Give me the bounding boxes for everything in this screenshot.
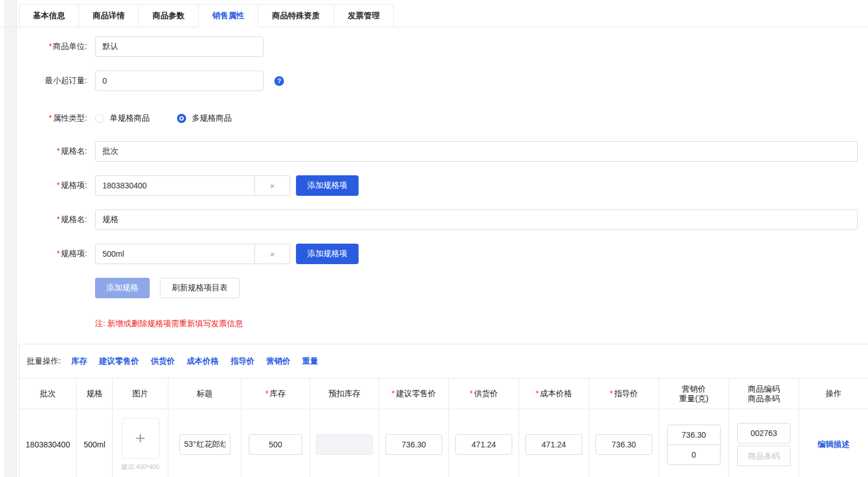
- cell-actions: 编辑描述: [799, 409, 868, 477]
- barcode-input[interactable]: [737, 446, 791, 466]
- tab-product-detail[interactable]: 商品详情: [79, 4, 139, 27]
- required-mark: *: [536, 389, 538, 398]
- tab-special-qualifications[interactable]: 商品特殊资质: [258, 4, 334, 27]
- add-spec-button[interactable]: 添加规格: [95, 278, 150, 298]
- required-mark: *: [392, 389, 394, 398]
- cell-spec: 500ml: [77, 409, 113, 477]
- required-mark: *: [49, 113, 52, 122]
- tab-invoice-management[interactable]: 发票管理: [334, 4, 394, 27]
- header-stock: *库存: [241, 379, 310, 409]
- required-mark: *: [57, 249, 60, 258]
- header-suggested-retail-price: *建议零售价: [379, 379, 449, 409]
- add-spec-item-1-button[interactable]: 添加规格项: [296, 175, 359, 196]
- image-upload-hint: 建议:400*400: [121, 463, 159, 471]
- sku-table-row: 1803830400 500ml + 建议:400*400: [19, 409, 868, 477]
- batch-link-supply-price[interactable]: 供货价: [151, 356, 175, 367]
- batch-link-cost-price[interactable]: 成本价格: [187, 356, 219, 367]
- batch-link-suggested-retail-price[interactable]: 建议零售价: [99, 356, 139, 367]
- required-mark: *: [610, 389, 612, 398]
- spec-item-2-clear-button[interactable]: ×: [255, 244, 290, 264]
- spec-item-1-label: *规格项:: [19, 180, 87, 191]
- batch-link-marketing-price[interactable]: 营销价: [266, 356, 290, 367]
- product-code-input[interactable]: [737, 423, 791, 443]
- spec-item-2-group: ×: [95, 244, 290, 264]
- attr-type-label: *属性类型:: [19, 113, 87, 124]
- tab-basic-info[interactable]: 基本信息: [19, 4, 79, 27]
- spec-item-1-clear-button[interactable]: ×: [255, 175, 290, 196]
- edit-description-link[interactable]: 编辑描述: [818, 439, 850, 450]
- required-mark: *: [470, 389, 472, 398]
- sku-table-header: 批次 规格 图片 标题 *库存 预扣库存 *建议零售价 *供货价 *成本价格 *…: [19, 379, 868, 409]
- cell-marketing-price-weight: [659, 409, 729, 477]
- add-spec-item-2-button[interactable]: 添加规格项: [296, 244, 359, 264]
- sku-table-panel: 批量操作: 库存 建议零售价 供货价 成本价格 指导价 营销价 重量 批次 规格…: [19, 344, 868, 477]
- header-supply-price: *供货价: [449, 379, 519, 409]
- cell-batch: 1803830400: [19, 409, 77, 477]
- spec-item-1-group: ×: [95, 175, 290, 196]
- header-title: 标题: [168, 379, 241, 409]
- header-cost-price: *成本价格: [519, 379, 589, 409]
- radio-unselected-icon[interactable]: [95, 114, 104, 123]
- moq-input[interactable]: [95, 71, 264, 91]
- required-mark: *: [57, 180, 60, 190]
- radio-single-spec-label: 单规格商品: [110, 113, 150, 124]
- header-spec: 规格: [77, 379, 113, 409]
- spec-item-2-input[interactable]: [95, 244, 255, 264]
- radio-multi-spec-label: 多规格商品: [192, 113, 232, 124]
- cell-title: [168, 409, 241, 477]
- header-product-code-barcode: 商品编码商品条码: [729, 379, 799, 409]
- radio-multi-spec[interactable]: 多规格商品: [177, 113, 232, 124]
- unit-input[interactable]: [95, 36, 264, 57]
- guide-price-input[interactable]: [595, 434, 652, 455]
- batch-link-stock[interactable]: 库存: [71, 356, 87, 367]
- spec-name-2-input[interactable]: [95, 209, 858, 230]
- batch-operations-bar: 批量操作: 库存 建议零售价 供货价 成本价格 指导价 营销价 重量: [19, 344, 868, 379]
- suggested-retail-price-input[interactable]: [385, 434, 442, 455]
- cell-guide-price: [589, 409, 659, 477]
- product-tabs: 基本信息 商品详情 商品参数 销售属性 商品特殊资质 发票管理: [19, 4, 394, 27]
- spec-item-1-input[interactable]: [95, 175, 255, 196]
- spec-name-1-label: *规格名:: [19, 146, 87, 157]
- spec-name-2-label: *规格名:: [19, 215, 87, 225]
- help-icon[interactable]: ?: [274, 76, 284, 86]
- cell-suggested-retail-price: [379, 409, 449, 477]
- cell-stock: [241, 409, 310, 477]
- reserved-stock-input: [316, 434, 373, 455]
- marketing-price-input[interactable]: [667, 425, 721, 445]
- batch-link-weight[interactable]: 重量: [302, 356, 318, 367]
- form-row-spec-item-2: *规格项: × 添加规格项: [19, 244, 858, 264]
- header-image: 图片: [113, 379, 168, 409]
- cost-price-input[interactable]: [525, 434, 582, 455]
- moq-label: 最小起订量:: [19, 76, 87, 86]
- title-input[interactable]: [179, 434, 231, 455]
- cell-cost-price: [519, 409, 589, 477]
- spec-name-1-input[interactable]: [95, 141, 858, 162]
- header-reserved-stock: 预扣库存: [310, 379, 379, 409]
- weight-input[interactable]: [667, 445, 721, 465]
- image-upload-button[interactable]: +: [122, 418, 159, 459]
- form-row-unit: *商品单位:: [19, 36, 858, 57]
- spec-item-2-label: *规格项:: [19, 249, 87, 259]
- cell-image: + 建议:400*400: [113, 409, 168, 477]
- form-row-spec-item-1: *规格项: × 添加规格项: [19, 175, 858, 196]
- radio-single-spec[interactable]: 单规格商品: [95, 113, 150, 124]
- required-mark: *: [57, 215, 60, 224]
- tab-product-params[interactable]: 商品参数: [138, 4, 199, 27]
- plus-icon: +: [135, 430, 146, 447]
- header-batch: 批次: [19, 379, 77, 409]
- required-mark: *: [57, 146, 60, 155]
- form-row-spec-buttons: 添加规格 刷新规格项目表: [19, 278, 858, 298]
- sales-attributes-form: *商品单位: 最小起订量: ? *属性类型: 单规格商品 多规格商品 *规格名:…: [19, 36, 858, 329]
- stock-input[interactable]: [249, 434, 302, 455]
- form-row-spec-name-2: *规格名:: [19, 209, 858, 230]
- header-actions: 操作: [799, 379, 868, 409]
- refresh-spec-table-button[interactable]: 刷新规格项目表: [160, 278, 240, 298]
- tab-sales-attributes[interactable]: 销售属性: [198, 4, 258, 27]
- invoice-note: 注: 新增或删除规格项需重新填写发票信息: [95, 319, 858, 329]
- batch-link-guide-price[interactable]: 指导价: [231, 356, 254, 367]
- batch-operations-label: 批量操作:: [27, 356, 61, 367]
- radio-selected-icon[interactable]: [177, 114, 186, 123]
- header-guide-price: *指导价: [589, 379, 659, 409]
- cell-supply-price: [449, 409, 519, 477]
- supply-price-input[interactable]: [455, 434, 512, 455]
